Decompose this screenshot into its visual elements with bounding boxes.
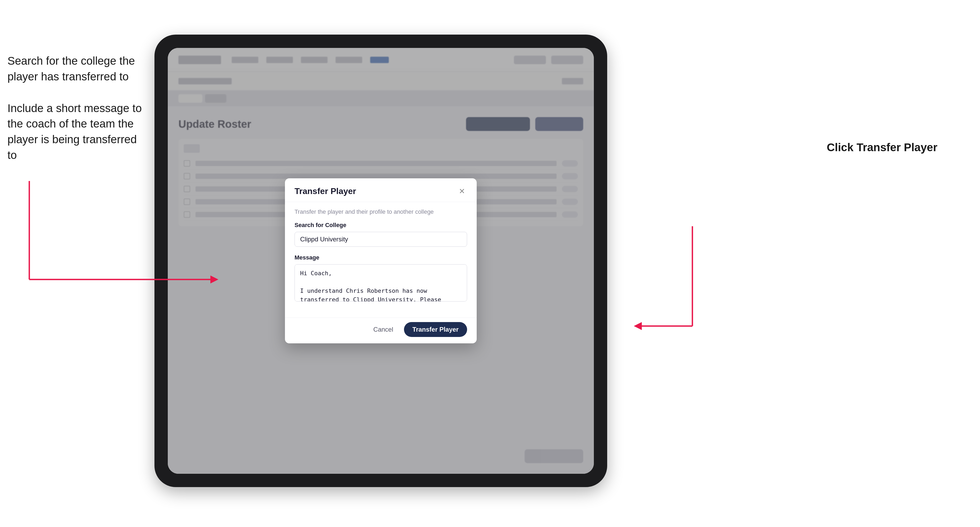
search-college-input[interactable]	[294, 232, 467, 247]
transfer-player-button[interactable]: Transfer Player	[404, 322, 467, 337]
annotation-click-text: Click	[827, 141, 856, 154]
search-college-label: Search for College	[294, 222, 467, 229]
transfer-player-modal: Transfer Player ✕ Transfer the player an…	[285, 178, 477, 343]
left-annotation: Search for the college the player has tr…	[8, 53, 146, 179]
modal-overlay: Transfer Player ✕ Transfer the player an…	[168, 48, 594, 474]
annotation-search-text: Search for the college the player has tr…	[8, 53, 146, 85]
svg-marker-4	[634, 322, 642, 330]
annotation-message-text: Include a short message to the coach of …	[8, 101, 146, 163]
right-annotation: Click Transfer Player	[827, 141, 937, 154]
modal-body: Transfer the player and their profile to…	[285, 202, 477, 317]
message-group: Message Hi Coach, I understand Chris Rob…	[294, 254, 467, 303]
message-textarea[interactable]: Hi Coach, I understand Chris Robertson h…	[294, 264, 467, 302]
modal-header: Transfer Player ✕	[285, 178, 477, 202]
modal-subtitle: Transfer the player and their profile to…	[294, 208, 467, 215]
modal-footer: Cancel Transfer Player	[285, 317, 477, 343]
message-label: Message	[294, 254, 467, 261]
tablet-screen: Update Roster	[168, 48, 594, 474]
annotation-button-name: Transfer Player	[856, 141, 937, 154]
search-college-group: Search for College	[294, 222, 467, 247]
tablet-frame: Update Roster	[154, 35, 607, 487]
modal-title: Transfer Player	[294, 186, 356, 196]
cancel-button[interactable]: Cancel	[368, 323, 399, 336]
modal-close-button[interactable]: ✕	[457, 186, 467, 197]
